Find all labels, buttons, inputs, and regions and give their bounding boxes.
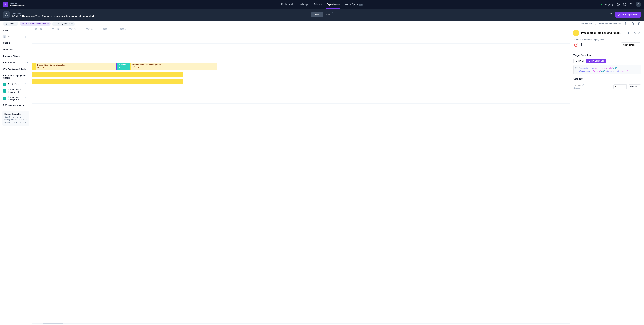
show-targets-button[interactable]: Show Targets (621, 42, 641, 48)
band (32, 79, 183, 84)
dot-icon (601, 4, 602, 5)
sidebar-item-rollout-restart-2[interactable]: Rollout Restart Deployment⋮⋮ (0, 94, 32, 102)
time-ruler: 00:01:00 00:01:10 00:01:20 00:01:30 00:0… (32, 27, 570, 31)
chevron-up-icon (27, 76, 29, 78)
breadcrumb[interactable]: Experiments / (12, 12, 94, 14)
copy-icon[interactable] (624, 22, 628, 25)
timeline-lane[interactable] (32, 85, 570, 91)
avatar[interactable] (636, 2, 641, 7)
sidebar-item-delete-pods[interactable]: Delete Pods⋮⋮ (0, 81, 32, 87)
clock-icon: ◔ 1m (37, 66, 42, 68)
svg-point-8 (4, 84, 5, 84)
group-checks[interactable]: Checks (0, 40, 32, 46)
gear-icon[interactable] (623, 3, 626, 6)
block-simulate[interactable]: Simulate platf ◈ - - (118, 63, 130, 70)
timeout-unit-select[interactable]: Minutes (628, 84, 641, 89)
drag-icon[interactable]: ⋮⋮ (25, 97, 29, 100)
svg-point-1 (624, 4, 625, 5)
group-rds[interactable]: RDS Instance Attacks (0, 102, 32, 108)
clock-icon: ◔ 1m (132, 66, 136, 68)
chevrons-left-icon (636, 44, 638, 46)
timeline-lane[interactable] (32, 110, 570, 116)
block-precondition[interactable]: Precondition: No pending rollout ◔ 1m◈ 1 (36, 63, 117, 70)
timeline-lane[interactable] (32, 104, 570, 110)
hourglass-icon (3, 35, 6, 38)
org-selector[interactable]: Administrators (10, 4, 25, 7)
fx-icon: fx (22, 23, 24, 25)
env-vars-pill[interactable]: fx1 Environment variables (20, 22, 51, 26)
timeline-lane[interactable] (32, 50, 570, 56)
group-container[interactable]: Container Attacks (0, 53, 32, 59)
target-icon (3, 82, 6, 86)
tab-runs[interactable]: Runs (323, 12, 333, 17)
run-experiment-button[interactable]: Run Experiment (615, 12, 641, 18)
trash-icon[interactable] (628, 32, 631, 34)
svg-marker-4 (619, 14, 620, 15)
timeline-lane[interactable] (32, 38, 570, 44)
group-loadtests[interactable]: Load Tests (0, 46, 32, 53)
group-k8s[interactable]: Kubernetes Deployment Attacks (0, 72, 32, 81)
svg-point-9 (4, 91, 5, 91)
query-editor[interactable]: (k8s.cluster-name="dev-eu-central-1-eks"… (574, 65, 641, 74)
chevron-down-icon (47, 23, 49, 24)
nav-weakspots[interactable]: Weak Spotsbeta (345, 0, 363, 9)
tab-design[interactable]: Design (311, 12, 323, 17)
nav-landscape[interactable]: Landscape (297, 0, 309, 9)
group-jvm[interactable]: JVM Application Attacks (0, 66, 32, 72)
drag-icon[interactable]: ⋮⋮ (25, 36, 29, 38)
chevron-down-icon (27, 49, 29, 50)
crosshair-icon (574, 42, 579, 48)
timeout-input[interactable] (614, 84, 626, 89)
scope-selector[interactable]: Global (3, 22, 18, 26)
document-icon[interactable] (631, 22, 634, 25)
close-icon[interactable] (638, 32, 641, 34)
help-icon[interactable] (616, 3, 620, 6)
svg-rect-6 (626, 23, 627, 25)
help-icon[interactable] (582, 84, 584, 87)
sidebar-item-rollout-restart[interactable]: Rollout Restart Deployment⋮⋮ (0, 87, 32, 94)
tab-query-ui[interactable]: Query UI (574, 58, 586, 63)
flask-icon (3, 12, 10, 18)
bookmark-icon[interactable] (638, 22, 641, 25)
target-selection-heading: Target Selection (574, 54, 641, 56)
timeline-lane[interactable] (32, 78, 570, 85)
chevron-down-icon (638, 86, 639, 87)
nav-dashboard[interactable]: Dashboard (281, 0, 293, 9)
chat-icon (54, 23, 56, 25)
timeline-lane[interactable] (32, 91, 570, 98)
timeline-lane[interactable] (32, 71, 570, 78)
play-icon (618, 14, 620, 16)
timeline-lane[interactable]: Precondition: No pending rollout ◔ 1m◈ 1… (32, 62, 570, 71)
timeout-label: Timeout (574, 84, 581, 87)
changelog-link[interactable]: Changelog (601, 3, 614, 6)
chevron-down-icon (72, 23, 73, 24)
drag-icon[interactable]: ⋮⋮ (25, 90, 29, 92)
band (32, 72, 183, 77)
horizontal-scrollbar[interactable] (32, 323, 570, 324)
sidebar-item-wait[interactable]: Wait ⋮⋮ (0, 34, 32, 40)
timeline-lane[interactable] (32, 56, 570, 62)
scrollbar-thumb[interactable] (43, 323, 64, 324)
block-postcondition[interactable]: Postcondition: No pending rollout ◔ 1m◈ … (131, 63, 217, 70)
gear-icon (574, 30, 579, 36)
page-title: ADM-10Resilience Test: Platform is acces… (12, 14, 94, 18)
last-edited: Edited 15/11/2022, 11:56:47 by Ben Black… (578, 23, 621, 25)
group-host[interactable]: Host Attacks (0, 59, 32, 66)
step-title-input[interactable] (581, 31, 626, 35)
drag-icon[interactable]: ⋮⋮ (25, 83, 29, 85)
copy-icon[interactable] (633, 32, 636, 34)
chevron-down-icon (27, 62, 29, 64)
timeline-canvas[interactable]: 00:01:00 00:01:10 00:01:20 00:01:30 00:0… (32, 27, 570, 325)
nav-experiments[interactable]: Experiments (326, 0, 340, 9)
settings-heading: Settings (574, 78, 641, 80)
timeline-lane[interactable] (32, 98, 570, 104)
nav-policies[interactable]: Policies (314, 0, 322, 9)
user-icon[interactable] (629, 3, 632, 6)
hypothesis-pill[interactable]: No Hypothesis (52, 22, 75, 26)
timeline-lane[interactable] (32, 44, 570, 50)
timeline-lane[interactable] (32, 31, 570, 38)
svg-point-12 (576, 32, 576, 33)
help-icon[interactable] (575, 67, 578, 72)
tab-query-language[interactable]: Query Language (586, 58, 606, 63)
trash-icon[interactable] (610, 13, 613, 16)
